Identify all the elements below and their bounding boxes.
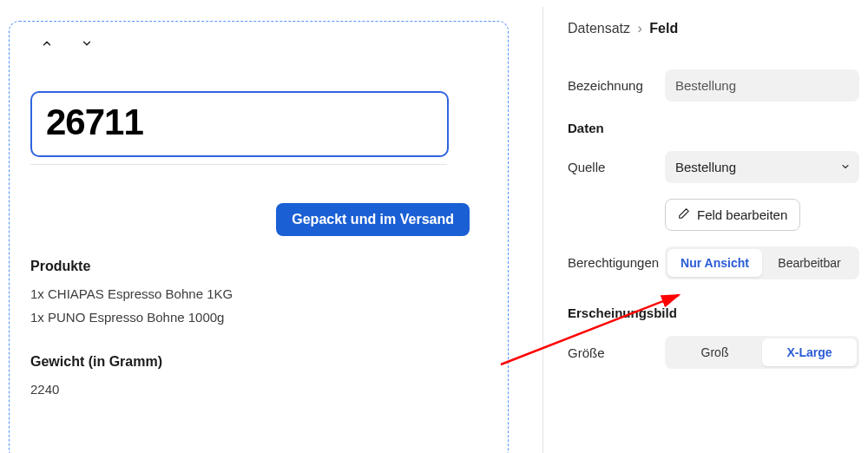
main-canvas-area: 26711 Gepackt und im Versand Produkte 1x… xyxy=(0,7,543,453)
order-number-field[interactable]: 26711 xyxy=(30,91,449,157)
segment-large[interactable]: Groß xyxy=(667,338,762,366)
breadcrumb: Datensatz › Feld xyxy=(568,21,859,36)
breadcrumb-parent[interactable]: Datensatz xyxy=(568,21,630,36)
product-line: 1x PUNO Espresso Bohne 1000g xyxy=(30,310,492,325)
status-badge: Gepackt und im Versand xyxy=(276,203,470,236)
breadcrumb-current: Feld xyxy=(649,21,678,36)
quelle-select[interactable]: Bestellung xyxy=(665,151,859,183)
record-card[interactable]: 26711 Gepackt und im Versand Produkte 1x… xyxy=(9,21,509,453)
product-line: 1x CHIAPAS Espresso Bohne 1KG xyxy=(30,286,492,301)
label-permissions: Berechtigun­gen xyxy=(568,246,665,270)
permissions-toggle: Nur Ansicht Bearbeitbar xyxy=(665,246,859,279)
divider xyxy=(30,164,447,165)
properties-panel: Datensatz › Feld Bezeichnung Daten Quell… xyxy=(549,0,868,391)
record-nav xyxy=(41,37,492,49)
section-appearance: Erscheinungsbild xyxy=(568,305,859,320)
weight-label: Gewicht (in Gramm) xyxy=(30,354,492,370)
label-quelle: Quelle xyxy=(568,160,665,174)
chevron-up-icon[interactable] xyxy=(41,37,53,49)
section-data: Daten xyxy=(568,121,859,135)
chevron-down-icon[interactable] xyxy=(81,37,93,49)
label-size: Größe xyxy=(568,345,665,360)
size-toggle: Groß X-Large xyxy=(665,336,859,369)
products-label: Produkte xyxy=(30,259,492,274)
breadcrumb-separator: › xyxy=(638,21,642,36)
pencil-icon xyxy=(678,207,690,222)
label-bezeichnung: Bezeichnung xyxy=(568,78,665,93)
bezeichnung-input[interactable] xyxy=(665,69,859,102)
edit-field-label: Feld bearbeiten xyxy=(697,207,787,222)
segment-view-only[interactable]: Nur Ansicht xyxy=(667,249,762,277)
edit-field-button[interactable]: Feld bearbeiten xyxy=(665,199,800,231)
segment-xlarge[interactable]: X-Large xyxy=(762,338,857,366)
segment-editable[interactable]: Bearbeitbar xyxy=(762,249,857,277)
weight-value: 2240 xyxy=(30,382,492,397)
